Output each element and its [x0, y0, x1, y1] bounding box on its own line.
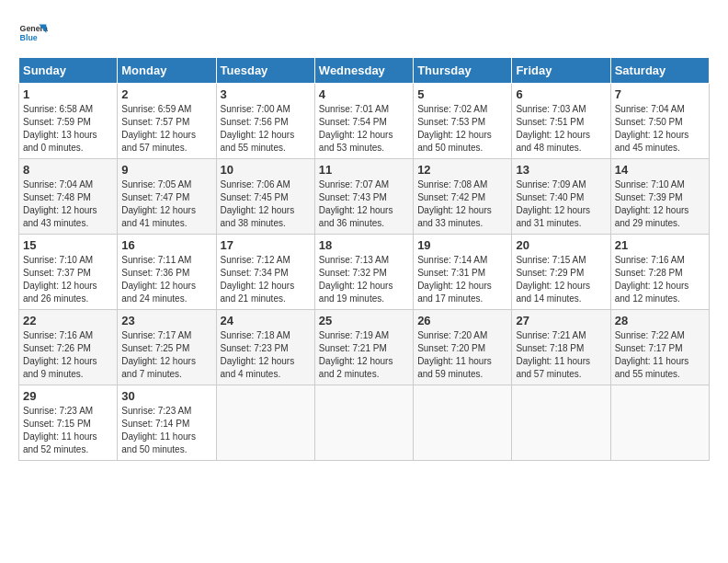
day-number: 18	[319, 238, 409, 252]
day-info: Sunrise: 7:05 AMSunset: 7:47 PMDaylight:…	[121, 179, 196, 228]
day-info: Sunrise: 7:13 AMSunset: 7:32 PMDaylight:…	[319, 255, 393, 304]
day-number: 5	[417, 87, 507, 101]
day-cell-23: 23Sunrise: 7:17 AMSunset: 7:25 PMDayligh…	[118, 310, 216, 385]
week-row-3: 22Sunrise: 7:16 AMSunset: 7:26 PMDayligh…	[19, 310, 710, 385]
day-info: Sunrise: 7:12 AMSunset: 7:34 PMDaylight:…	[221, 255, 295, 304]
day-number: 11	[319, 163, 409, 177]
day-cell-9: 9Sunrise: 7:05 AMSunset: 7:47 PMDaylight…	[118, 159, 216, 235]
day-cell-27: 27Sunrise: 7:21 AMSunset: 7:18 PMDayligh…	[512, 310, 610, 385]
day-info: Sunrise: 7:21 AMSunset: 7:18 PMDaylight:…	[516, 330, 590, 379]
day-cell-11: 11Sunrise: 7:07 AMSunset: 7:43 PMDayligh…	[314, 159, 413, 235]
day-number: 29	[23, 389, 113, 403]
day-number: 23	[121, 314, 211, 327]
day-number: 22	[23, 314, 113, 327]
day-info: Sunrise: 7:14 AMSunset: 7:31 PMDaylight:…	[417, 255, 492, 304]
day-info: Sunrise: 7:16 AMSunset: 7:26 PMDaylight:…	[23, 330, 97, 379]
empty-cell	[314, 385, 413, 461]
day-info: Sunrise: 7:15 AMSunset: 7:29 PMDaylight:…	[516, 255, 590, 304]
day-info: Sunrise: 7:11 AMSunset: 7:36 PMDaylight:…	[121, 255, 196, 304]
header-wednesday: Wednesday	[314, 58, 413, 84]
day-cell-29: 29Sunrise: 7:23 AMSunset: 7:15 PMDayligh…	[19, 385, 118, 461]
day-info: Sunrise: 7:18 AMSunset: 7:23 PMDaylight:…	[221, 330, 295, 379]
day-info: Sunrise: 7:06 AMSunset: 7:45 PMDaylight:…	[221, 179, 295, 228]
day-number: 25	[319, 314, 409, 327]
day-info: Sunrise: 7:01 AMSunset: 7:54 PMDaylight:…	[319, 104, 393, 153]
header-friday: Friday	[512, 58, 610, 84]
day-info: Sunrise: 7:23 AMSunset: 7:14 PMDaylight:…	[121, 406, 196, 454]
day-number: 14	[615, 163, 705, 177]
header-monday: Monday	[118, 58, 216, 84]
day-cell-4: 4Sunrise: 7:01 AMSunset: 7:54 PMDaylight…	[314, 84, 413, 159]
day-number: 9	[121, 163, 211, 177]
day-info: Sunrise: 7:19 AMSunset: 7:21 PMDaylight:…	[319, 330, 393, 379]
day-cell-5: 5Sunrise: 7:02 AMSunset: 7:53 PMDaylight…	[414, 84, 512, 159]
day-number: 6	[516, 87, 606, 101]
day-number: 16	[121, 238, 211, 252]
day-cell-28: 28Sunrise: 7:22 AMSunset: 7:17 PMDayligh…	[610, 310, 709, 385]
week-row-2: 15Sunrise: 7:10 AMSunset: 7:37 PMDayligh…	[19, 235, 710, 310]
day-number: 4	[319, 87, 409, 101]
day-info: Sunrise: 7:23 AMSunset: 7:15 PMDaylight:…	[23, 406, 97, 454]
header-tuesday: Tuesday	[216, 58, 314, 84]
day-number: 28	[615, 314, 705, 327]
day-number: 30	[121, 389, 211, 403]
day-cell-7: 7Sunrise: 7:04 AMSunset: 7:50 PMDaylight…	[610, 84, 709, 159]
svg-text:Blue: Blue	[20, 33, 38, 42]
header-thursday: Thursday	[414, 58, 512, 84]
day-cell-6: 6Sunrise: 7:03 AMSunset: 7:51 PMDaylight…	[512, 84, 610, 159]
calendar-table: SundayMondayTuesdayWednesdayThursdayFrid…	[18, 57, 710, 461]
day-number: 21	[615, 238, 705, 252]
page-header: General Blue	[18, 18, 710, 48]
day-cell-25: 25Sunrise: 7:19 AMSunset: 7:21 PMDayligh…	[314, 310, 413, 385]
week-row-4: 29Sunrise: 7:23 AMSunset: 7:15 PMDayligh…	[19, 385, 710, 461]
day-number: 26	[417, 314, 507, 327]
day-number: 7	[615, 87, 705, 101]
logo: General Blue	[18, 18, 48, 48]
day-cell-13: 13Sunrise: 7:09 AMSunset: 7:40 PMDayligh…	[512, 159, 610, 235]
day-number: 19	[417, 238, 507, 252]
empty-cell	[610, 385, 709, 461]
day-info: Sunrise: 6:58 AMSunset: 7:59 PMDaylight:…	[23, 104, 97, 153]
day-cell-26: 26Sunrise: 7:20 AMSunset: 7:20 PMDayligh…	[414, 310, 512, 385]
day-cell-17: 17Sunrise: 7:12 AMSunset: 7:34 PMDayligh…	[216, 235, 314, 310]
day-cell-14: 14Sunrise: 7:10 AMSunset: 7:39 PMDayligh…	[610, 159, 709, 235]
day-cell-22: 22Sunrise: 7:16 AMSunset: 7:26 PMDayligh…	[19, 310, 118, 385]
day-number: 2	[121, 87, 211, 101]
day-info: Sunrise: 7:07 AMSunset: 7:43 PMDaylight:…	[319, 179, 393, 228]
day-info: Sunrise: 7:22 AMSunset: 7:17 PMDaylight:…	[615, 330, 689, 379]
day-cell-12: 12Sunrise: 7:08 AMSunset: 7:42 PMDayligh…	[414, 159, 512, 235]
day-number: 27	[516, 314, 606, 327]
day-info: Sunrise: 7:10 AMSunset: 7:37 PMDaylight:…	[23, 255, 97, 304]
day-number: 24	[221, 314, 311, 327]
day-cell-1: 1Sunrise: 6:58 AMSunset: 7:59 PMDaylight…	[19, 84, 118, 159]
day-cell-21: 21Sunrise: 7:16 AMSunset: 7:28 PMDayligh…	[610, 235, 709, 310]
day-cell-20: 20Sunrise: 7:15 AMSunset: 7:29 PMDayligh…	[512, 235, 610, 310]
day-cell-3: 3Sunrise: 7:00 AMSunset: 7:56 PMDaylight…	[216, 84, 314, 159]
day-info: Sunrise: 7:09 AMSunset: 7:40 PMDaylight:…	[516, 179, 590, 228]
day-number: 13	[516, 163, 606, 177]
day-cell-19: 19Sunrise: 7:14 AMSunset: 7:31 PMDayligh…	[414, 235, 512, 310]
day-cell-16: 16Sunrise: 7:11 AMSunset: 7:36 PMDayligh…	[118, 235, 216, 310]
day-cell-18: 18Sunrise: 7:13 AMSunset: 7:32 PMDayligh…	[314, 235, 413, 310]
day-cell-15: 15Sunrise: 7:10 AMSunset: 7:37 PMDayligh…	[19, 235, 118, 310]
header-saturday: Saturday	[610, 58, 709, 84]
day-info: Sunrise: 7:03 AMSunset: 7:51 PMDaylight:…	[516, 104, 590, 153]
day-info: Sunrise: 6:59 AMSunset: 7:57 PMDaylight:…	[121, 104, 196, 153]
day-info: Sunrise: 7:16 AMSunset: 7:28 PMDaylight:…	[615, 255, 689, 304]
day-cell-30: 30Sunrise: 7:23 AMSunset: 7:14 PMDayligh…	[118, 385, 216, 461]
day-info: Sunrise: 7:04 AMSunset: 7:50 PMDaylight:…	[615, 104, 689, 153]
day-info: Sunrise: 7:08 AMSunset: 7:42 PMDaylight:…	[417, 179, 492, 228]
day-number: 12	[417, 163, 507, 177]
day-info: Sunrise: 7:10 AMSunset: 7:39 PMDaylight:…	[615, 179, 689, 228]
day-cell-24: 24Sunrise: 7:18 AMSunset: 7:23 PMDayligh…	[216, 310, 314, 385]
day-info: Sunrise: 7:17 AMSunset: 7:25 PMDaylight:…	[121, 330, 196, 379]
empty-cell	[414, 385, 512, 461]
empty-cell	[512, 385, 610, 461]
day-number: 3	[221, 87, 311, 101]
day-cell-10: 10Sunrise: 7:06 AMSunset: 7:45 PMDayligh…	[216, 159, 314, 235]
day-info: Sunrise: 7:04 AMSunset: 7:48 PMDaylight:…	[23, 179, 97, 228]
header-row: SundayMondayTuesdayWednesdayThursdayFrid…	[19, 58, 710, 84]
day-number: 15	[23, 238, 113, 252]
day-number: 8	[23, 163, 113, 177]
day-info: Sunrise: 7:02 AMSunset: 7:53 PMDaylight:…	[417, 104, 492, 153]
